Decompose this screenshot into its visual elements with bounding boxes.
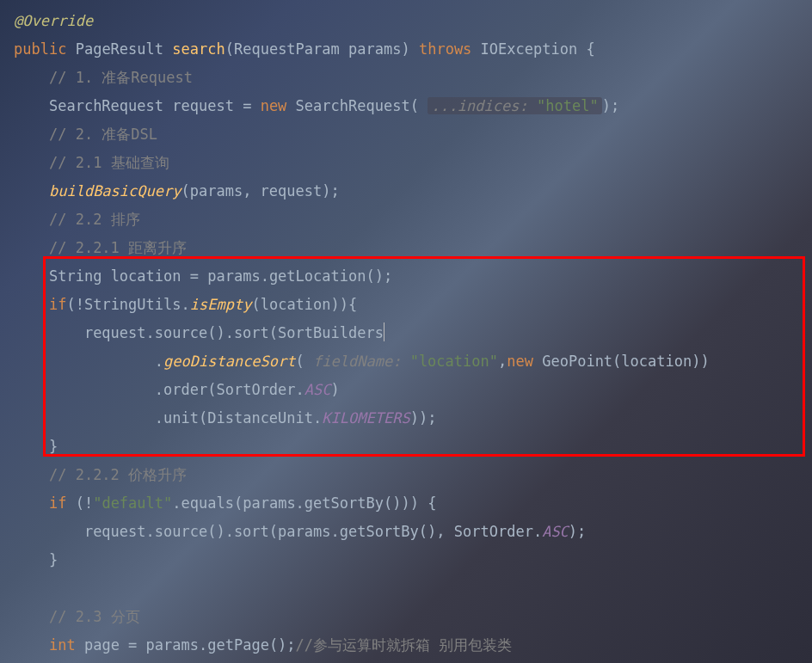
var-type: SearchRequest [49,97,163,114]
keyword-if: if [49,494,66,512]
code-line: // 1. 准备Request [14,64,812,92]
code-line: // 2.3 分页 [14,603,812,631]
method-call: buildBasicQuery [49,182,181,200]
static-field: ASC [542,523,569,540]
keyword-public: public [14,40,66,58]
method-call: geoDistanceSort [163,353,296,370]
param-hint: ...indices: [431,97,528,114]
code-line: // 2.2 排序 [14,206,812,234]
chain: request.source().sort( [84,324,278,341]
method-call: unit [163,409,199,427]
comment: // 2.3 分页 [49,608,140,625]
annotation: @Override [14,12,93,29]
code-line: } [14,546,812,574]
string-literal: "hotel" [537,97,599,114]
static-method: isEmpty [190,296,252,313]
code-line: .unit(DistanceUnit.KILOMETERS)); [14,404,812,433]
code-line: int page = params.getPage();//参与运算时就拆箱 别… [14,631,812,660]
comment: // 2. 准备DSL [49,126,157,143]
code-line: // 2.2.2 价格升序 [14,461,812,489]
keyword-new: new [261,97,287,114]
var-name: location [111,267,181,285]
class-ref: SortOrder [216,381,295,398]
code-line: public PageResult search(RequestParam pa… [14,35,812,64]
code-line: String location = params.getLocation(); [14,262,812,291]
string-literal: "location" [410,353,498,370]
constructor: SearchRequest [296,97,410,114]
string-literal: "default" [93,494,172,512]
code-editor[interactable]: @Override public PageResult search(Reque… [0,0,812,660]
text-cursor [384,322,384,341]
expression: params.getLocation(); [207,267,392,285]
arg: location [621,353,692,370]
method-name: search [172,40,225,58]
var-type: String [49,267,102,285]
code-line: request.source().sort(params.getSortBy()… [14,518,812,546]
var-name: request [172,97,234,114]
code-line: request.source().sort(SortBuilders [14,319,812,347]
method-call: equals [181,494,234,512]
return-type: PageResult [76,40,163,58]
comment: // 2.2.2 价格升序 [49,466,187,483]
class-ref: SortOrder [454,523,533,540]
var-name: page [84,636,120,654]
code-line: @Override [14,7,812,35]
comment: // 2.2.1 距离升序 [49,239,187,256]
chain: request.source().sort(params.getSortBy()… [84,523,454,540]
comment: // 1. 准备Request [49,69,193,86]
comment: // 2.2 排序 [49,211,140,228]
keyword-int: int [49,636,76,654]
code-line: .geoDistanceSort( fieldName: "location",… [14,347,812,376]
keyword-new: new [507,353,533,370]
code-line: buildBasicQuery(params, request); [14,177,812,206]
param-name: params [348,40,401,58]
code-line: if (!"default".equals(params.getSortBy()… [14,489,812,518]
keyword-if: if [49,296,66,313]
class-ref: DistanceUnit [207,409,313,427]
param-type: RequestParam [234,40,340,58]
comment: //参与运算时就拆箱 别用包装类 [296,636,513,654]
code-line: // 2.1 基础查询 [14,149,812,177]
args: params.getSortBy() [243,494,401,512]
keyword-throws: throws [419,40,471,58]
code-line: // 2.2.1 距离升序 [14,234,812,262]
constructor: GeoPoint [542,353,612,370]
code-line: SearchRequest request = new SearchReques… [14,92,812,120]
static-field: ASC [304,381,331,398]
code-line: .order(SortOrder.ASC) [14,376,812,404]
comment: // 2.1 基础查询 [49,154,169,171]
call-args: (params, request); [181,182,339,200]
code-line [14,574,812,603]
code-line: } [14,433,812,461]
expression: params.getPage(); [146,636,296,654]
method-call: order [163,381,207,398]
class-ref: StringUtils [84,296,181,313]
class-ref: SortBuilders [278,324,384,341]
param-hint: fieldName: [313,353,401,370]
code-line: // 2. 准备DSL [14,120,812,149]
arg: location [261,296,331,313]
code-line: if(!StringUtils.isEmpty(location)){ [14,291,812,319]
static-field: KILOMETERS [322,409,409,427]
exception-type: IOException [481,40,578,58]
